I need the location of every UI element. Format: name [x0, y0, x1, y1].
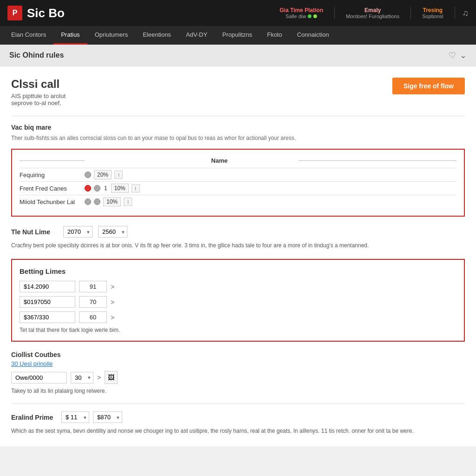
- nav-item-conn[interactable]: Connaiction: [290, 26, 337, 45]
- eralind-select1[interactable]: $ 11: [61, 411, 89, 423]
- app-title: Sic Bo: [27, 6, 65, 20]
- chevron-down-icon[interactable]: ⌄: [460, 50, 467, 60]
- nut-lime-select1[interactable]: 2070: [63, 226, 93, 238]
- eralind-select2[interactable]: $870: [93, 411, 122, 423]
- eralind-row: Eralind Prime $ 11 $870: [11, 411, 465, 423]
- header-section3-title: Tresing: [422, 7, 443, 13]
- vac-bic-desc: Ther sulb-fishts:sis an alles comscial s…: [11, 134, 465, 142]
- eralind-select2-wrapper: $870: [93, 411, 122, 423]
- spin-fequiring[interactable]: ⁝: [114, 171, 123, 179]
- nav-item-fkoto[interactable]: Fkoto: [259, 26, 290, 45]
- header-sections: Gia Time Plation Salle diw Emaly Mordoes…: [268, 7, 469, 19]
- ciollist-section: Ciollist Coutbes 30 Uesl prinolle 30 > 🖼…: [11, 351, 465, 394]
- nut-lime-select2-wrapper: 2560: [98, 226, 127, 238]
- toggle-miiold-1[interactable]: [85, 198, 91, 205]
- vac-bic-title: Vac biq mare: [11, 124, 465, 131]
- rb-header-name: Name: [140, 157, 298, 164]
- nav-item-opri[interactable]: Opriutumers: [87, 26, 136, 45]
- nut-lime-label: Tle Nut Lime: [11, 228, 58, 236]
- rb-row-fequiring: Fequiring 20% ⁝: [20, 168, 456, 181]
- ciollist-desc: Takey to all its lin plalairg long relwe…: [11, 388, 465, 394]
- status-dot-green1: [308, 14, 311, 18]
- main-nav: Eian Contors Pratius Opriutumers Eleenti…: [0, 26, 476, 45]
- pct-fequiring: 20%: [94, 170, 112, 179]
- toggle-frent-gray[interactable]: [94, 185, 100, 192]
- main-content: Clssi call AIS pipttule to arolut seprov…: [0, 66, 476, 446]
- bet-arrow-3[interactable]: >: [111, 314, 114, 321]
- pct-miiold: 10%: [103, 197, 121, 206]
- bet-row-1: 91 >: [20, 281, 456, 292]
- class-call-desc: AIS pipttule to arolut seprove to-al noe…: [11, 93, 75, 106]
- ciollist-link[interactable]: 30 Uesl prinolle: [11, 360, 465, 367]
- rb-header: Name: [20, 157, 456, 164]
- betting-limes-box: Betting Limes 91 > 70 > 60 > Tet tal tha…: [11, 259, 465, 342]
- pct-frent: 10%: [111, 184, 129, 193]
- betting-title: Betting Limes: [20, 267, 456, 275]
- nav-item-adv[interactable]: AdV-DY: [178, 26, 215, 45]
- bet-val-3: 60: [79, 311, 107, 323]
- nav-item-pratius[interactable]: Pratius: [53, 26, 87, 45]
- app-header: P Sic Bo Gia Time Plation Salle diw Emal…: [0, 0, 476, 26]
- eralind-select1-wrapper: $ 11: [61, 411, 89, 423]
- rb-controls-miiold: 10% ⁝: [85, 197, 132, 206]
- page-section-icons: ♡ ⌄: [449, 50, 467, 60]
- frent-num: 1: [104, 185, 107, 192]
- sige-free-button[interactable]: Sige free of flow: [392, 78, 465, 94]
- ciollist-input[interactable]: [11, 372, 67, 383]
- header-section2-sub: Mordoes! Furogliattions: [346, 13, 399, 19]
- status-dot-green2: [313, 14, 317, 18]
- toggle-miiold-2[interactable]: [94, 198, 100, 205]
- name-table-box: Name Fequiring 20% ⁝ Frent Fred Canes 1 …: [11, 149, 465, 217]
- rb-label-miiold: Miiold Techunber Lal: [20, 198, 85, 205]
- nav-item-eian[interactable]: Eian Contors: [4, 26, 53, 45]
- eralind-title: Eralind Prime: [11, 414, 58, 421]
- nut-lime-section: Tle Nut Lime 2070 2560: [11, 226, 465, 238]
- bet-arrow-1[interactable]: >: [111, 283, 114, 291]
- rb-row-frent: Frent Fred Canes 1 10% ⁝: [20, 181, 456, 195]
- eralind-desc: Which as the sest syma, bevn dentility a…: [11, 427, 465, 435]
- toggle-fequiring[interactable]: [85, 172, 91, 178]
- rb-label-frent: Frent Fred Canes: [20, 185, 85, 192]
- class-call-section: Clssi call AIS pipttule to arolut seprov…: [11, 78, 465, 106]
- header-section-giaplation: Gia Time Plation Salle diw: [268, 7, 335, 19]
- ciollist-row: 30 > 🖼: [11, 371, 465, 384]
- heart-icon[interactable]: ♡: [449, 50, 456, 60]
- header-section3-sub: Soptionsl: [422, 13, 443, 19]
- nut-lime-select2[interactable]: 2560: [98, 226, 127, 238]
- nav-item-elee[interactable]: Eleentions: [135, 26, 178, 45]
- ciollist-select[interactable]: 30: [71, 372, 93, 383]
- header-section1-title: Gia Time Plation: [279, 7, 323, 13]
- header-section-tresing: Tresing Soptionsl: [411, 7, 455, 19]
- rb-controls-frent: 1 10% ⁝: [85, 184, 140, 193]
- ciollist-img-icon[interactable]: 🖼: [105, 371, 118, 384]
- bet-row-2: 70 >: [20, 296, 456, 308]
- music-icon[interactable]: ♫: [463, 8, 469, 18]
- bet-input-1[interactable]: [20, 281, 75, 292]
- header-section2-title: Emaly: [346, 7, 399, 13]
- bet-row-3: 60 >: [20, 311, 456, 323]
- class-call-title: Clssi call: [11, 78, 117, 91]
- rb-label-fequiring: Fequiring: [20, 172, 85, 178]
- class-call-left: Clssi call AIS pipttule to arolut seprov…: [11, 78, 117, 106]
- toggle-frent-red[interactable]: [85, 185, 91, 192]
- rb-controls-fequiring: 20% ⁝: [85, 170, 123, 179]
- image-icon: 🖼: [108, 374, 114, 381]
- bet-val-1: 91: [79, 281, 107, 292]
- divider2: [11, 403, 465, 404]
- rb-row-miiold: Miiold Techunber Lal 10% ⁝: [20, 195, 456, 208]
- nav-item-prop[interactable]: Propulitzns: [215, 26, 259, 45]
- bet-input-2[interactable]: [20, 296, 75, 308]
- spin-frent[interactable]: ⁝: [132, 184, 140, 192]
- divider1: [11, 116, 465, 116]
- page-section-title: Sic Ohind rules: [9, 51, 64, 60]
- page-section-header: Sic Ohind rules ♡ ⌄: [0, 45, 476, 66]
- logo: P Sic Bo: [7, 6, 65, 20]
- eralind-section: Eralind Prime $ 11 $870 Which as the ses…: [11, 411, 465, 435]
- spin-miiold[interactable]: ⁝: [124, 198, 132, 206]
- nut-lime-desc: Cracfiny bent pole specilsty dcinres is …: [11, 241, 465, 250]
- bet-input-3[interactable]: [20, 311, 75, 323]
- bet-footnote: Tet tal that there for tiark logie werle…: [20, 327, 456, 333]
- ciollist-arrow[interactable]: >: [97, 374, 101, 381]
- ciollist-select-wrapper: 30: [71, 372, 93, 383]
- bet-arrow-2[interactable]: >: [111, 298, 114, 306]
